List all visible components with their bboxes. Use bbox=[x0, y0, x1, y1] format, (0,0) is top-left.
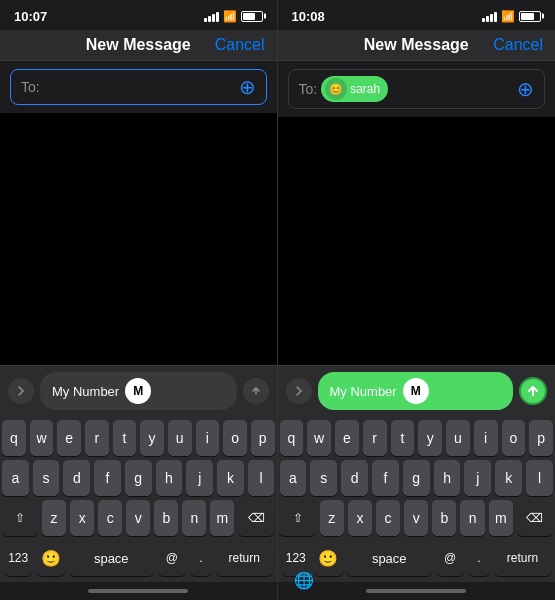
right-battery-icon bbox=[519, 11, 541, 22]
key-k[interactable]: k bbox=[217, 460, 244, 496]
right-key-j[interactable]: j bbox=[464, 460, 491, 496]
right-key-v[interactable]: v bbox=[404, 500, 428, 536]
right-add-recipient-button[interactable]: ⊕ bbox=[517, 79, 534, 99]
right-return-key[interactable]: return bbox=[494, 540, 551, 576]
right-key-c[interactable]: c bbox=[376, 500, 400, 536]
right-message-bubble[interactable]: My Number M bbox=[318, 372, 514, 410]
right-space-key[interactable]: space bbox=[347, 540, 433, 576]
right-key-a[interactable]: a bbox=[280, 460, 307, 496]
right-key-m[interactable]: m bbox=[489, 500, 513, 536]
right-send-button[interactable] bbox=[519, 377, 547, 405]
key-j[interactable]: j bbox=[186, 460, 213, 496]
left-contact-initial: M bbox=[133, 384, 143, 398]
key-a[interactable]: a bbox=[2, 460, 29, 496]
key-b[interactable]: b bbox=[154, 500, 178, 536]
left-delete-key[interactable]: ⌫ bbox=[238, 500, 274, 536]
left-num-sym-key[interactable]: 123 bbox=[4, 540, 32, 576]
key-p[interactable]: p bbox=[251, 420, 275, 456]
right-to-label: To: bbox=[299, 81, 318, 97]
left-upload-button[interactable] bbox=[243, 378, 269, 404]
key-r[interactable]: r bbox=[85, 420, 109, 456]
key-v[interactable]: v bbox=[126, 500, 150, 536]
right-key-w[interactable]: w bbox=[307, 420, 331, 456]
right-shift-key[interactable]: ⇧ bbox=[279, 500, 315, 536]
left-conversation-area bbox=[0, 113, 277, 365]
left-nav-bar: New Message Cancel bbox=[0, 30, 277, 61]
left-status-bar: 10:07 📶 bbox=[0, 0, 277, 30]
right-delete-key[interactable]: ⌫ bbox=[517, 500, 553, 536]
right-key-y[interactable]: y bbox=[418, 420, 442, 456]
right-key-e[interactable]: e bbox=[335, 420, 359, 456]
key-f[interactable]: f bbox=[94, 460, 121, 496]
right-cancel-button[interactable]: Cancel bbox=[493, 36, 543, 54]
left-return-key[interactable]: return bbox=[216, 540, 273, 576]
left-to-field[interactable]: To: ⊕ bbox=[10, 69, 267, 105]
right-key-n[interactable]: n bbox=[460, 500, 484, 536]
right-key-o[interactable]: o bbox=[502, 420, 526, 456]
left-dot-key[interactable]: . bbox=[190, 540, 212, 576]
right-key-g[interactable]: g bbox=[403, 460, 430, 496]
right-key-z[interactable]: z bbox=[320, 500, 344, 536]
left-home-bar bbox=[88, 589, 188, 593]
right-at-key[interactable]: @ bbox=[436, 540, 464, 576]
battery-icon bbox=[241, 11, 263, 22]
key-m[interactable]: m bbox=[210, 500, 234, 536]
left-space-key[interactable]: space bbox=[69, 540, 154, 576]
right-key-u[interactable]: u bbox=[446, 420, 470, 456]
right-key-l[interactable]: l bbox=[526, 460, 553, 496]
right-key-h[interactable]: h bbox=[434, 460, 461, 496]
left-keyboard-row-2: a s d f g h j k l bbox=[2, 460, 275, 496]
key-q[interactable]: q bbox=[2, 420, 26, 456]
right-recipient-chip[interactable]: 😊 sarah bbox=[321, 76, 388, 102]
right-globe-button[interactable]: 🌐 bbox=[286, 562, 322, 598]
left-at-key[interactable]: @ bbox=[158, 540, 186, 576]
right-key-q[interactable]: q bbox=[280, 420, 304, 456]
left-add-recipient-button[interactable]: ⊕ bbox=[239, 77, 256, 97]
right-key-d[interactable]: d bbox=[341, 460, 368, 496]
key-t[interactable]: t bbox=[113, 420, 137, 456]
key-z[interactable]: z bbox=[42, 500, 66, 536]
key-s[interactable]: s bbox=[33, 460, 60, 496]
right-key-i[interactable]: i bbox=[474, 420, 498, 456]
key-d[interactable]: d bbox=[63, 460, 90, 496]
right-keyboard-row-2: a s d f g h j k l bbox=[280, 460, 554, 496]
right-key-b[interactable]: b bbox=[432, 500, 456, 536]
right-key-k[interactable]: k bbox=[495, 460, 522, 496]
right-key-p[interactable]: p bbox=[529, 420, 553, 456]
wifi-icon: 📶 bbox=[223, 10, 237, 23]
key-x[interactable]: x bbox=[70, 500, 94, 536]
upload-icon bbox=[249, 384, 263, 398]
key-y[interactable]: y bbox=[140, 420, 164, 456]
key-w[interactable]: w bbox=[30, 420, 54, 456]
right-key-r[interactable]: r bbox=[363, 420, 387, 456]
right-expand-button[interactable] bbox=[286, 378, 312, 404]
right-status-bar: 10:08 📶 bbox=[278, 0, 556, 30]
right-conversation-area bbox=[278, 117, 556, 365]
right-contact-label: My Number bbox=[330, 384, 397, 399]
key-g[interactable]: g bbox=[125, 460, 152, 496]
right-nav-title: New Message bbox=[364, 36, 469, 54]
left-emoji-key[interactable]: 🙂 bbox=[36, 540, 64, 576]
left-expand-button[interactable] bbox=[8, 378, 34, 404]
right-dot-key[interactable]: . bbox=[468, 540, 490, 576]
left-message-bubble[interactable]: My Number M bbox=[40, 372, 237, 410]
key-l[interactable]: l bbox=[248, 460, 275, 496]
key-c[interactable]: c bbox=[98, 500, 122, 536]
right-status-icons: 📶 bbox=[482, 10, 541, 23]
key-o[interactable]: o bbox=[223, 420, 247, 456]
key-n[interactable]: n bbox=[182, 500, 206, 536]
key-e[interactable]: e bbox=[57, 420, 81, 456]
left-contact-avatar: M bbox=[125, 378, 151, 404]
right-to-field[interactable]: To: 😊 sarah ⊕ bbox=[288, 69, 546, 109]
left-cancel-button[interactable]: Cancel bbox=[215, 36, 265, 54]
right-key-t[interactable]: t bbox=[391, 420, 415, 456]
left-shift-key[interactable]: ⇧ bbox=[2, 500, 38, 536]
key-u[interactable]: u bbox=[168, 420, 192, 456]
right-key-f[interactable]: f bbox=[372, 460, 399, 496]
right-key-x[interactable]: x bbox=[348, 500, 372, 536]
chevron-right-icon bbox=[15, 385, 27, 397]
left-to-input[interactable] bbox=[44, 79, 239, 95]
key-i[interactable]: i bbox=[196, 420, 220, 456]
key-h[interactable]: h bbox=[156, 460, 183, 496]
right-key-s[interactable]: s bbox=[310, 460, 337, 496]
